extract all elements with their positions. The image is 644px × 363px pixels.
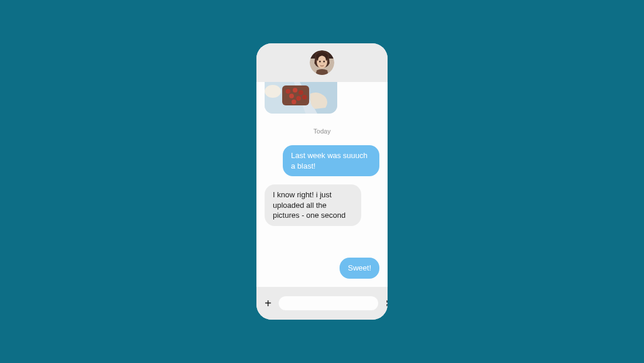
paper-plane-icon: [385, 299, 388, 308]
date-separator: Today: [265, 128, 379, 135]
avatar-image: [310, 50, 334, 75]
message-text: Last week was suuuch a blast!: [291, 151, 368, 170]
plus-icon: +: [265, 297, 272, 309]
svg-point-15: [265, 85, 281, 98]
svg-point-14: [292, 100, 296, 104]
svg-point-11: [289, 94, 294, 98]
composer-bar: +: [256, 287, 388, 320]
svg-point-4: [319, 60, 321, 62]
message-text: Sweet!: [348, 263, 371, 272]
svg-point-8: [286, 89, 290, 94]
conversation-spacer: [265, 234, 379, 258]
message-image-incoming[interactable]: [265, 82, 337, 114]
conversation-pane: Today Last week was suuuch a blast! I kn…: [256, 82, 388, 287]
svg-point-5: [323, 60, 325, 62]
shared-photo-icon: [265, 82, 337, 114]
message-outgoing[interactable]: Sweet!: [340, 258, 379, 279]
phone-frame: Today Last week was suuuch a blast! I kn…: [256, 43, 388, 320]
svg-point-10: [299, 90, 303, 95]
svg-point-13: [302, 95, 307, 100]
svg-point-9: [293, 88, 297, 93]
chat-header: [256, 43, 388, 82]
svg-point-12: [296, 96, 301, 101]
message-text: I know right! i just uploaded all the pi…: [273, 190, 345, 220]
message-input[interactable]: [279, 296, 378, 310]
contact-avatar[interactable]: [310, 50, 334, 75]
message-incoming[interactable]: I know right! i just uploaded all the pi…: [265, 184, 361, 226]
send-button[interactable]: [385, 298, 388, 309]
message-outgoing[interactable]: Last week was suuuch a blast!: [283, 145, 379, 176]
add-attachment-button[interactable]: +: [265, 298, 272, 309]
